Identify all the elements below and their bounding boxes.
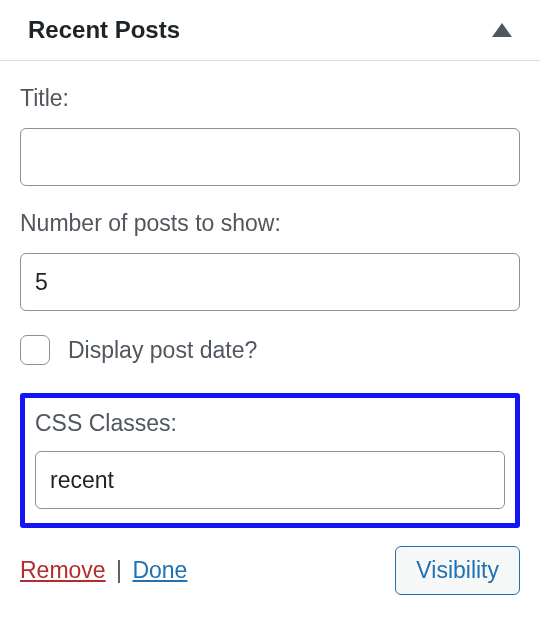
title-input[interactable] (20, 128, 520, 186)
title-label: Title: (20, 85, 520, 112)
css-classes-input[interactable] (35, 451, 505, 509)
posts-count-input[interactable] (20, 253, 520, 311)
separator: | (116, 557, 122, 583)
collapse-up-icon (492, 23, 512, 37)
display-date-checkbox[interactable] (20, 335, 50, 365)
display-date-row: Display post date? (20, 335, 520, 365)
footer-links: Remove | Done (20, 557, 187, 584)
title-field-row: Title: (20, 85, 520, 186)
posts-count-field-row: Number of posts to show: (20, 210, 520, 311)
widget-body: Title: Number of posts to show: Display … (0, 61, 540, 615)
display-date-label: Display post date? (68, 337, 257, 364)
css-classes-label: CSS Classes: (35, 410, 505, 437)
done-link[interactable]: Done (132, 557, 187, 583)
posts-count-label: Number of posts to show: (20, 210, 520, 237)
visibility-button[interactable]: Visibility (395, 546, 520, 595)
remove-link[interactable]: Remove (20, 557, 106, 583)
css-classes-highlight: CSS Classes: (20, 393, 520, 528)
widget-footer: Remove | Done Visibility (20, 542, 520, 595)
widget-header[interactable]: Recent Posts (0, 0, 540, 61)
widget-title: Recent Posts (28, 16, 180, 44)
